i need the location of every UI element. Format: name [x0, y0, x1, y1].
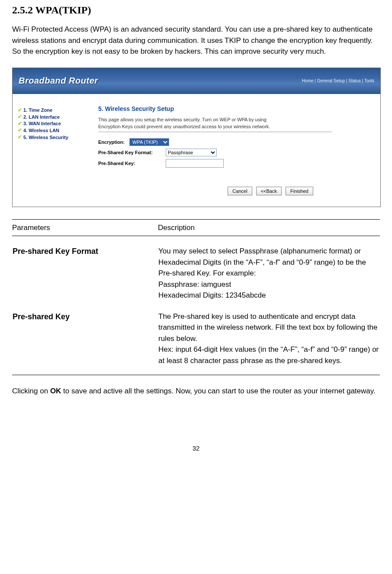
psk-format-row: Pre-Shared Key Format: Passphrase [98, 149, 369, 156]
sidebar-item-wsec[interactable]: ✔5. Wireless Security [18, 134, 91, 141]
back-button[interactable]: <<Back [256, 187, 282, 195]
section-heading: 2.5.2 WPA(TKIP) [12, 4, 380, 16]
parameters-table: Parameters Description Pre-shared Key Fo… [12, 219, 380, 376]
router-sidebar: ✔1. Time Zone ✔2. LAN Interface ✔3. WAN … [13, 94, 91, 207]
check-icon: ✔ [18, 134, 22, 141]
encryption-select[interactable]: WPA (TKIP) [129, 138, 169, 146]
table-row: Pre-shared Key The Pre-shared key is use… [12, 302, 380, 375]
param-name-pskformat: Pre-shared Key Format [12, 236, 158, 302]
router-button-row: Cancel <<Back Finished [172, 187, 369, 195]
sidebar-item-lan[interactable]: ✔2. LAN Interface [18, 114, 91, 120]
router-brand-text: Broadband Router [19, 76, 98, 86]
psk-format-select[interactable]: Passphrase [166, 149, 217, 156]
page-root: 2.5.2 WPA(TKIP) Wi-Fi Protected Access (… [0, 0, 392, 469]
router-top-nav[interactable]: Home | General Setup | Status | Tools [302, 78, 374, 83]
finished-button[interactable]: Finished [286, 187, 313, 195]
router-body: ✔1. Time Zone ✔2. LAN Interface ✔3. WAN … [13, 94, 380, 207]
param-desc-psk: The Pre-shared key is used to authentica… [158, 302, 380, 375]
param-name-psk: Pre-shared Key [12, 302, 158, 375]
router-main-desc-2: Encryption Keys could prevent any unauth… [98, 123, 369, 130]
psk-label: Pre-Shared Key: [98, 161, 166, 166]
sidebar-item-label: 3. WAN Interface [23, 120, 61, 126]
sidebar-item-timezone[interactable]: ✔1. Time Zone [18, 107, 91, 114]
closing-paragraph: Clicking on OK to save and active all th… [12, 386, 380, 397]
psk-format-label: Pre-Shared Key Format: [98, 150, 166, 155]
check-icon: ✔ [18, 114, 22, 120]
router-main-panel: 5. Wireless Security Setup This page all… [91, 94, 380, 207]
encryption-row: Encryption: WPA (TKIP) [98, 138, 369, 146]
sidebar-item-wlan[interactable]: ✔4. Wireless LAN [18, 127, 91, 134]
sidebar-item-label: 1. Time Zone [23, 107, 52, 113]
page-number: 32 [12, 444, 380, 452]
sidebar-item-label: 4. Wireless LAN [23, 127, 59, 133]
intro-paragraph: Wi-Fi Protected Access (WPA) is an advan… [12, 24, 380, 57]
check-icon: ✔ [18, 120, 22, 127]
encryption-label: Encryption: [98, 139, 129, 145]
router-header: Broadband Router Home | General Setup | … [13, 68, 380, 94]
table-header-description: Description [158, 219, 380, 236]
check-icon: ✔ [18, 107, 22, 114]
closing-pre: Clicking on [12, 387, 50, 395]
sidebar-item-label: 5. Wireless Security [23, 134, 68, 140]
table-header-row: Parameters Description [12, 219, 380, 236]
closing-post: to save and active all the settings. Now… [61, 387, 375, 395]
psk-row: Pre-Shared Key: [98, 159, 369, 168]
router-divider [98, 132, 332, 132]
check-icon: ✔ [18, 127, 22, 134]
router-main-heading: 5. Wireless Security Setup [98, 105, 369, 112]
router-screenshot: Broadband Router Home | General Setup | … [12, 68, 381, 207]
param-desc-pskformat: You may select to select Passphrase (alp… [158, 236, 380, 302]
router-main-desc-1: This page allows you setup the wireless … [98, 117, 369, 123]
table-row: Pre-shared Key Format You may select to … [12, 236, 380, 302]
sidebar-item-wan[interactable]: ✔3. WAN Interface [18, 120, 91, 127]
sidebar-item-label: 2. LAN Interface [23, 114, 60, 120]
cancel-button[interactable]: Cancel [228, 187, 252, 195]
psk-input[interactable] [166, 159, 224, 168]
closing-bold: OK [50, 387, 61, 395]
table-header-parameters: Parameters [12, 219, 158, 236]
